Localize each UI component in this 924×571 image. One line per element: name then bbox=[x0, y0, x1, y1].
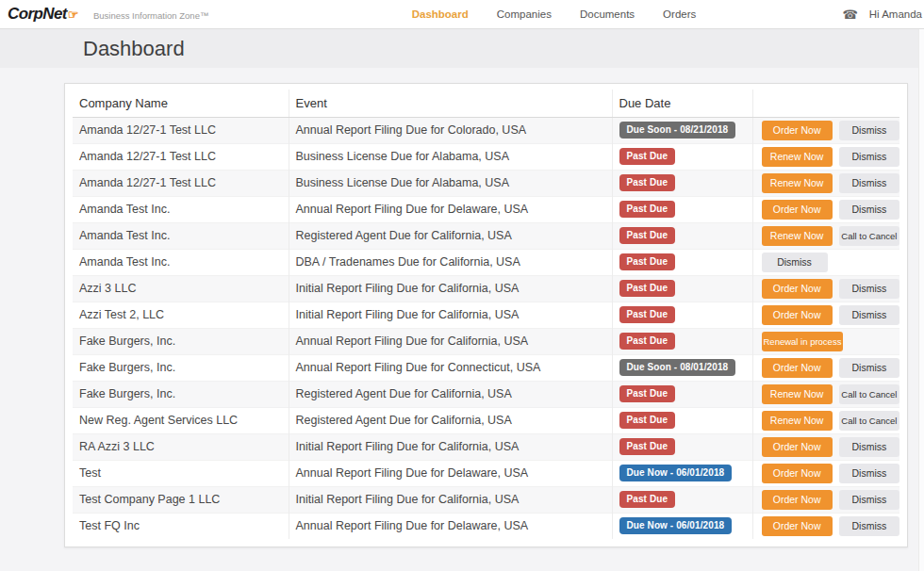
order-now-button[interactable]: Order Now bbox=[762, 516, 833, 536]
actions-group: Order NowDismiss bbox=[760, 490, 900, 510]
company-name-cell: Test FQ Inc bbox=[73, 513, 289, 539]
column-header-due-date: Due Date bbox=[612, 90, 752, 117]
due-date-cell: Past Due bbox=[612, 249, 752, 275]
actions-cell: Order NowDismiss bbox=[752, 354, 899, 381]
company-name-cell: Fake Burgers, Inc. bbox=[73, 354, 289, 381]
table-row: Fake Burgers, Inc.Annual Report Filing D… bbox=[73, 354, 899, 381]
company-name-cell: Amanda 12/27-1 Test LLC bbox=[73, 117, 289, 143]
actions-group: Renew NowDismiss bbox=[760, 173, 900, 193]
past-due-badge: Past Due bbox=[619, 253, 676, 270]
main-content: Company Name Event Due Date Amanda 12/27… bbox=[0, 68, 924, 547]
event-cell: Business License Due for Alabama, USA bbox=[289, 170, 612, 196]
renew-now-button[interactable]: Renew Now bbox=[762, 411, 833, 431]
actions-group: Dismiss bbox=[760, 253, 900, 272]
dismiss-button[interactable]: Dismiss bbox=[839, 437, 899, 457]
renew-now-button[interactable]: Renew Now bbox=[762, 226, 833, 246]
actions-group: Order NowDismiss bbox=[760, 279, 900, 299]
company-name-cell: Amanda 12/27-1 Test LLC bbox=[73, 143, 289, 170]
past-due-badge: Past Due bbox=[619, 491, 676, 508]
company-name-cell: Amanda Test Inc. bbox=[73, 249, 289, 275]
renew-now-button[interactable]: Renew Now bbox=[762, 147, 833, 167]
scrollbar-track[interactable] bbox=[918, 29, 924, 571]
top-navbar: CorpNet☞ Business Information Zone™ Dash… bbox=[0, 0, 924, 29]
brand: CorpNet☞ Business Information Zone™ bbox=[8, 5, 208, 24]
past-due-badge: Past Due bbox=[619, 385, 676, 402]
dismiss-button[interactable]: Dismiss bbox=[839, 305, 899, 325]
table-row: Amanda 12/27-1 Test LLCBusiness License … bbox=[73, 170, 899, 196]
order-now-button[interactable]: Order Now bbox=[762, 358, 833, 378]
renew-now-button[interactable]: Renew Now bbox=[762, 384, 833, 404]
order-now-button[interactable]: Order Now bbox=[762, 437, 833, 457]
actions-cell: Order NowDismiss bbox=[752, 117, 899, 143]
dismiss-button[interactable]: Dismiss bbox=[839, 200, 899, 220]
table-row: Test FQ IncAnnual Report Filing Due for … bbox=[73, 513, 899, 539]
renewal-in-process-button[interactable]: Renewal in process bbox=[762, 332, 843, 351]
dismiss-button[interactable]: Dismiss bbox=[839, 279, 899, 299]
dismiss-button[interactable]: Dismiss bbox=[839, 147, 899, 167]
corpnet-swoosh-icon: ☞ bbox=[68, 8, 78, 22]
dismiss-button[interactable]: Dismiss bbox=[762, 253, 828, 272]
actions-cell: Order NowDismiss bbox=[752, 486, 899, 513]
event-cell: Initial Report Filing Due for California… bbox=[289, 302, 612, 328]
phone-icon[interactable]: ☎ bbox=[843, 8, 858, 21]
call-to-cancel-button[interactable]: Call to Cancel bbox=[839, 384, 899, 404]
corpnet-logo-text: CorpNet bbox=[8, 5, 67, 23]
order-now-button[interactable]: Order Now bbox=[762, 490, 833, 510]
event-cell: Annual Report Filing Due for Colorado, U… bbox=[289, 117, 612, 143]
column-header-company-name: Company Name bbox=[73, 90, 289, 117]
due-date-cell: Past Due bbox=[612, 486, 752, 513]
call-to-cancel-button[interactable]: Call to Cancel bbox=[839, 226, 899, 246]
dismiss-button[interactable]: Dismiss bbox=[839, 358, 899, 378]
renew-now-button[interactable]: Renew Now bbox=[762, 173, 833, 193]
event-cell: Annual Report Filing Due for Delaware, U… bbox=[289, 460, 612, 486]
actions-group: Renew NowCall to Cancel bbox=[760, 384, 900, 404]
actions-group: Order NowDismiss bbox=[760, 305, 900, 325]
table-row: Azzi 3 LLCInitial Report Filing Due for … bbox=[73, 275, 899, 302]
past-due-badge: Past Due bbox=[619, 438, 676, 455]
actions-cell: Order NowDismiss bbox=[752, 513, 899, 539]
order-now-button[interactable]: Order Now bbox=[762, 279, 833, 299]
event-cell: Registered Agent Due for California, USA bbox=[289, 407, 612, 433]
order-now-button[interactable]: Order Now bbox=[762, 121, 833, 140]
user-greeting[interactable]: Hi Amanda bbox=[869, 8, 922, 20]
company-name-cell: Fake Burgers, Inc. bbox=[73, 328, 289, 354]
nav-item-dashboard[interactable]: Dashboard bbox=[412, 8, 469, 20]
dismiss-button[interactable]: Dismiss bbox=[839, 173, 899, 193]
table-row: Fake Burgers, Inc.Annual Report Filing D… bbox=[73, 328, 899, 354]
order-now-button[interactable]: Order Now bbox=[762, 305, 833, 325]
call-to-cancel-button[interactable]: Call to Cancel bbox=[839, 411, 899, 431]
actions-cell: Renew NowCall to Cancel bbox=[752, 222, 899, 249]
actions-group: Order NowDismiss bbox=[760, 358, 900, 378]
actions-group: Order NowDismiss bbox=[760, 200, 900, 220]
due-now-badge: Due Now - 06/01/2018 bbox=[619, 517, 733, 534]
actions-group: Renew NowDismiss bbox=[760, 147, 900, 167]
dashboard-events-card: Company Name Event Due Date Amanda 12/27… bbox=[64, 83, 908, 547]
actions-cell: Order NowDismiss bbox=[752, 460, 899, 486]
dismiss-button[interactable]: Dismiss bbox=[839, 516, 899, 536]
dismiss-button[interactable]: Dismiss bbox=[839, 121, 899, 140]
nav-item-documents[interactable]: Documents bbox=[580, 8, 635, 20]
main-nav: Dashboard Companies Documents Orders bbox=[355, 8, 697, 20]
event-cell: Initial Report Filing Due for California… bbox=[289, 433, 612, 460]
table-row: Amanda Test Inc.Registered Agent Due for… bbox=[73, 222, 899, 249]
dismiss-button[interactable]: Dismiss bbox=[839, 464, 899, 483]
event-cell: Annual Report Filing Due for Delaware, U… bbox=[289, 513, 612, 539]
actions-cell: Renew NowDismiss bbox=[752, 143, 899, 170]
due-date-cell: Past Due bbox=[612, 170, 752, 196]
company-name-cell: Test bbox=[73, 460, 289, 486]
order-now-button[interactable]: Order Now bbox=[762, 464, 833, 483]
due-date-cell: Past Due bbox=[612, 433, 752, 460]
nav-item-orders[interactable]: Orders bbox=[663, 8, 696, 20]
actions-group: Order NowDismiss bbox=[760, 516, 900, 536]
company-name-cell: Amanda Test Inc. bbox=[73, 222, 289, 249]
corpnet-logo[interactable]: CorpNet☞ bbox=[8, 5, 78, 24]
company-name-cell: Azzi 3 LLC bbox=[73, 275, 289, 302]
due-date-cell: Past Due bbox=[612, 222, 752, 249]
dismiss-button[interactable]: Dismiss bbox=[839, 490, 899, 510]
event-cell: Registered Agent Due for California, USA bbox=[289, 381, 612, 407]
due-date-cell: Past Due bbox=[612, 302, 752, 328]
nav-item-companies[interactable]: Companies bbox=[497, 8, 552, 20]
actions-cell: Renew NowCall to Cancel bbox=[752, 407, 899, 433]
order-now-button[interactable]: Order Now bbox=[762, 200, 833, 220]
column-header-event: Event bbox=[289, 90, 612, 117]
